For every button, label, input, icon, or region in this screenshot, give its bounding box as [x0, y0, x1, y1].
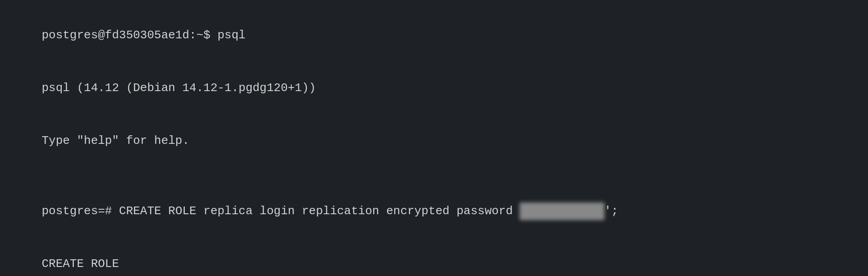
psql-help-text: Type "help" for help.	[41, 134, 189, 147]
prompt-text: postgres@fd350305ae1d:~$ psql	[41, 28, 245, 42]
psql-version-text: psql (14.12 (Debian 14.12-1.pgdg120+1))	[41, 81, 316, 95]
terminal-window: postgres@fd350305ae1d:~$ psql psql (14.1…	[14, 9, 854, 276]
command1-text: CREATE ROLE replica login replication en…	[119, 204, 520, 218]
line-prompt: postgres@fd350305ae1d:~$ psql	[14, 9, 854, 62]
empty-line-1	[14, 167, 854, 185]
password-blurred: ████████████	[520, 202, 604, 220]
line-command1: postgres=# CREATE ROLE replica login rep…	[14, 185, 854, 238]
line-psql-version: psql (14.12 (Debian 14.12-1.pgdg120+1))	[14, 62, 854, 115]
line-result1: CREATE ROLE	[14, 238, 854, 276]
line-psql-help: Type "help" for help.	[14, 115, 854, 167]
command1-end: ';	[604, 204, 618, 218]
command1-prompt: postgres=#	[41, 204, 119, 218]
result1-text: CREATE ROLE	[41, 257, 119, 271]
